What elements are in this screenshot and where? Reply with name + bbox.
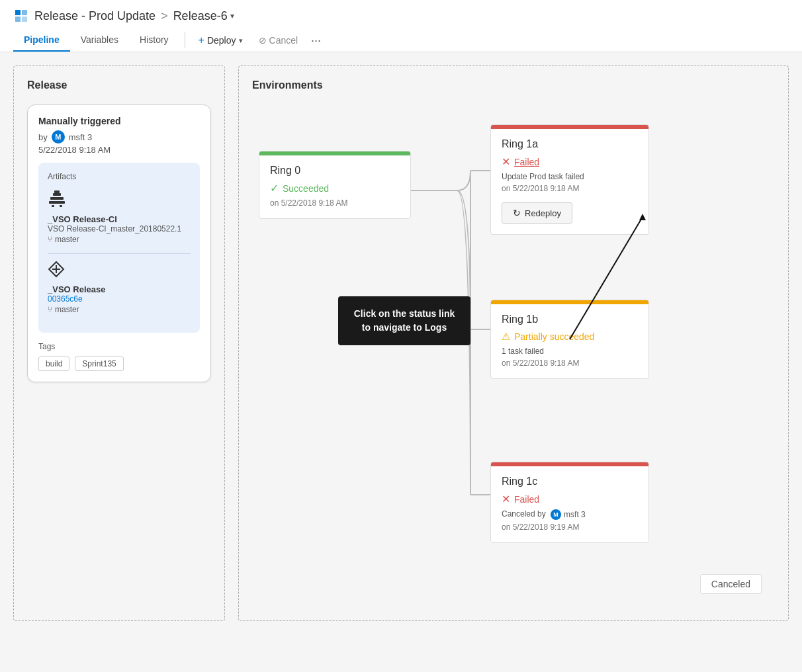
release-dropdown[interactable]: Release-6 ▾ <box>173 9 234 23</box>
svg-rect-5 <box>53 193 61 196</box>
tab-variables[interactable]: Variables <box>70 29 129 52</box>
avatar-ring1c: M <box>551 509 561 520</box>
branch-icon-1: ⑂ <box>48 235 52 244</box>
artifact2-name: _VSO Release <box>48 284 191 294</box>
git-icon <box>48 261 191 282</box>
tag-sprint: Sprint135 <box>75 357 123 371</box>
artifact1-sub: VSO Release-CI_master_20180522.1 <box>48 224 191 233</box>
artifacts-label: Artifacts <box>48 172 191 181</box>
svg-rect-1 <box>22 10 27 15</box>
ring1a-card: Ring 1a ✕ Failed Update Prod task failed… <box>490 124 649 235</box>
ring1b-body: Ring 1b ⚠ Partially succeeded 1 task fai… <box>491 304 648 378</box>
deploy-chevron-icon: ▾ <box>239 36 243 45</box>
tab-pipeline[interactable]: Pipeline <box>13 29 70 52</box>
avatar: M <box>52 130 65 144</box>
main-content: Release Manually triggered by M msft 3 5… <box>0 52 802 634</box>
cancel-button[interactable]: ⊘ Cancel <box>251 31 306 50</box>
svg-rect-0 <box>15 10 21 15</box>
ring1a-body: Ring 1a ✕ Failed Update Prod task failed… <box>491 129 648 234</box>
svg-rect-7 <box>49 201 65 204</box>
branch-icon-2: ⑂ <box>48 305 52 314</box>
breadcrumb: Release - Prod Update > Release-6 ▾ <box>13 8 789 24</box>
ring1a-failed-link[interactable]: Failed <box>514 157 539 167</box>
tab-bar: Pipeline Variables History + Deploy ▾ ⊘ … <box>13 29 789 52</box>
artifact-divider <box>48 253 191 254</box>
cancel-icon: ⊘ <box>259 35 267 46</box>
release-icon <box>13 8 29 24</box>
more-options-button[interactable]: ··· <box>306 31 326 50</box>
ring1b-status: ⚠ Partially succeeded <box>502 331 638 343</box>
top-header: Release - Prod Update > Release-6 ▾ Pipe… <box>0 0 802 52</box>
tags-row: build Sprint135 <box>38 357 200 371</box>
ring1b-date: on 5/22/2018 9:18 AM <box>502 358 638 368</box>
tags-section: Tags build Sprint135 <box>38 342 200 371</box>
ring1a-status: ✕ Failed <box>502 155 638 168</box>
failed-icon-1a: ✕ <box>502 155 510 168</box>
canceled-badge: Canceled <box>700 574 762 594</box>
svg-rect-3 <box>22 17 27 22</box>
breadcrumb-separator: > <box>161 9 168 23</box>
tag-build: build <box>38 357 69 371</box>
artifact1-branch: ⑂ master <box>48 235 191 244</box>
release-panel: Release Manually triggered by M msft 3 5… <box>13 65 225 621</box>
ring0-name: Ring 0 <box>270 165 400 177</box>
trigger-text: Manually triggered <box>38 116 200 126</box>
redeploy-button[interactable]: ↻ Redeploy <box>502 202 572 224</box>
callout-tooltip: Click on the status link to navigate to … <box>338 296 470 345</box>
by-label: by <box>38 132 48 142</box>
chevron-down-icon: ▾ <box>230 11 234 21</box>
release-card: Manually triggered by M msft 3 5/22/2018… <box>27 105 211 382</box>
ring1c-status: ✕ Failed <box>502 493 638 505</box>
ring1b-card: Ring 1b ⚠ Partially succeeded 1 task fai… <box>490 300 649 379</box>
user-name: msft 3 <box>69 132 92 142</box>
svg-rect-6 <box>54 190 60 193</box>
tab-divider <box>185 32 185 48</box>
ring0-card: Ring 0 ✓ Succeeded on 5/22/2018 9:18 AM <box>259 151 411 219</box>
svg-rect-8 <box>52 205 54 207</box>
ring1c-name: Ring 1c <box>502 476 638 487</box>
pipeline-title: Release - Prod Update <box>34 9 156 23</box>
plus-icon: + <box>199 34 204 46</box>
ring1c-body: Ring 1c ✕ Failed Canceled by M msft 3 on… <box>491 466 648 542</box>
artifacts-section: Artifacts _VSO Release-CI <box>38 163 200 333</box>
ring0-date: on 5/22/2018 9:18 AM <box>270 198 400 208</box>
check-icon: ✓ <box>270 182 279 194</box>
artifact-item-1: _VSO Release-CI VSO Release-CI_master_20… <box>48 189 191 244</box>
ring1c-detail: Canceled by M msft 3 <box>502 509 638 520</box>
build-icon <box>48 189 191 212</box>
ring0-status: ✓ Succeeded <box>270 182 400 194</box>
artifact-item-2: _VSO Release 00365c6e ⑂ master <box>48 261 191 314</box>
artifact1-name: _VSO Release-CI <box>48 214 191 224</box>
release-section-title: Release <box>27 79 211 91</box>
ring1b-name: Ring 1b <box>502 314 638 325</box>
tab-history[interactable]: History <box>129 29 179 52</box>
ring1a-name: Ring 1a <box>502 138 638 150</box>
redeploy-icon: ↻ <box>513 208 521 218</box>
artifact2-link[interactable]: 00365c6e <box>48 294 191 304</box>
ring1b-detail: 1 task failed <box>502 347 638 356</box>
ring1a-detail: Update Prod task failed <box>502 172 638 181</box>
ring1c-card: Ring 1c ✕ Failed Canceled by M msft 3 on… <box>490 462 649 543</box>
tags-label: Tags <box>38 342 200 351</box>
ring1c-date: on 5/22/2018 9:19 AM <box>502 523 638 532</box>
ring1a-date: on 5/22/2018 9:18 AM <box>502 184 638 193</box>
environments-panel: Environments <box>238 65 789 621</box>
artifact2-branch: ⑂ master <box>48 305 191 314</box>
warn-icon: ⚠ <box>502 331 510 343</box>
ring0-body: Ring 0 ✓ Succeeded on 5/22/2018 9:18 AM <box>259 155 410 218</box>
svg-rect-2 <box>15 17 21 22</box>
trigger-by: by M msft 3 <box>38 130 200 144</box>
svg-rect-4 <box>50 197 64 200</box>
environments-title: Environments <box>252 79 775 91</box>
trigger-date: 5/22/2018 9:18 AM <box>38 145 200 155</box>
svg-rect-9 <box>60 205 62 207</box>
failed-icon-1c: ✕ <box>502 493 510 505</box>
deploy-button[interactable]: + Deploy ▾ <box>191 30 251 50</box>
